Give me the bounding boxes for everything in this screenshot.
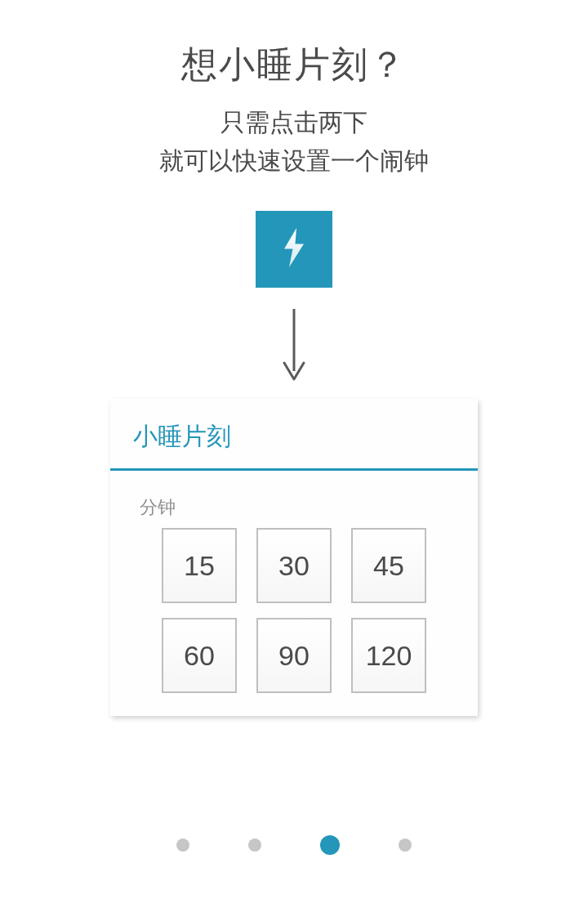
page-indicator: [0, 839, 588, 855]
card-title: 小睡片刻: [133, 420, 455, 454]
nap-card: 小睡片刻 分钟 15 30 45 60 90 120: [110, 399, 478, 716]
lightning-icon: [279, 228, 309, 271]
page-subtitle: 只需点击两下 就可以快速设置一个闹钟: [0, 104, 588, 180]
minutes-label: 分钟: [140, 495, 448, 520]
page-dot-4[interactable]: [399, 839, 412, 852]
page-title: 想小睡片刻？: [0, 41, 588, 89]
minute-buttons-grid: 15 30 45 60 90 120: [140, 528, 448, 693]
minute-button-60[interactable]: 60: [162, 618, 237, 693]
page-dot-1[interactable]: [176, 839, 189, 852]
card-body: 分钟 15 30 45 60 90 120: [110, 471, 478, 693]
minute-button-45[interactable]: 45: [351, 528, 426, 603]
svg-marker-0: [284, 228, 304, 267]
minute-button-30[interactable]: 30: [256, 528, 332, 603]
subtitle-line-2: 就可以快速设置一个闹钟: [159, 147, 429, 174]
page-dot-2[interactable]: [248, 839, 261, 852]
minute-button-90[interactable]: 90: [256, 618, 332, 693]
card-header: 小睡片刻: [110, 399, 478, 471]
minute-button-15[interactable]: 15: [162, 528, 237, 603]
minute-button-120[interactable]: 120: [351, 618, 426, 693]
subtitle-line-1: 只需点击两下: [220, 109, 368, 136]
quick-nap-button[interactable]: [256, 211, 332, 288]
page-dot-3[interactable]: [320, 835, 340, 855]
arrow-down-icon: [0, 307, 588, 382]
